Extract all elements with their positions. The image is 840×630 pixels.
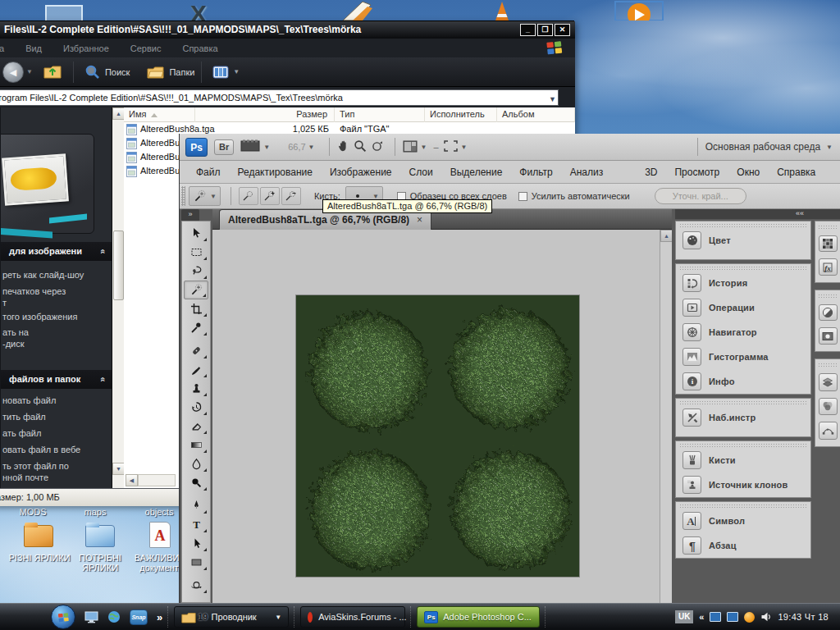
- collapse-chevron-icon[interactable]: «: [93, 377, 112, 381]
- add-selection-mode-button[interactable]: [260, 187, 280, 205]
- desktop-shortcut-player-icon[interactable]: [609, 0, 669, 21]
- task-item[interactable]: овать файл в вебе: [1, 445, 112, 455]
- styles-panel-icon[interactable]: fx: [819, 258, 838, 276]
- task-item[interactable]: того изображения: [1, 312, 112, 322]
- document-image[interactable]: [296, 295, 579, 577]
- menu-view[interactable]: Просмотр: [674, 167, 719, 178]
- menu-tools[interactable]: Сервис: [130, 43, 162, 53]
- channels-panel-icon[interactable]: [819, 398, 838, 416]
- explorer-titlebar[interactable]: Files\IL-2 Complete Edition\#SAS\!!!_01_…: [0, 21, 575, 39]
- menu-window[interactable]: Окно: [737, 167, 760, 178]
- language-indicator[interactable]: UK: [675, 610, 693, 623]
- menu-analysis[interactable]: Анализ: [570, 167, 604, 178]
- tray-app-icon[interactable]: [744, 612, 755, 623]
- tasks-files-header[interactable]: файлов и папок«: [1, 370, 112, 389]
- column-album[interactable]: Альбом: [497, 107, 575, 122]
- clock[interactable]: 19:43 Чт 18: [778, 612, 829, 622]
- current-tool-button[interactable]: ▼: [189, 186, 221, 206]
- views-button[interactable]: ▼: [208, 65, 240, 80]
- group-dropdown-arrow[interactable]: ▼: [275, 614, 281, 621]
- subtract-selection-mode-button[interactable]: [281, 187, 301, 205]
- tool-dropdown-arrow[interactable]: ▼: [210, 193, 217, 200]
- column-artist[interactable]: Исполнитель: [425, 107, 497, 122]
- tool-quick-selection[interactable]: [184, 281, 208, 299]
- back-dropdown-arrow[interactable]: ▼: [26, 68, 33, 75]
- taskbar-button-opera[interactable]: AviaSkins.Forums - ...: [300, 606, 405, 628]
- task-item[interactable]: ать файл: [1, 428, 112, 439]
- folders-button[interactable]: Папки: [143, 65, 194, 80]
- desktop-shortcut-folder-blue[interactable]: ПОТРІБНІ ЯРЛИКИ: [83, 525, 129, 573]
- tools-collapse-button[interactable]: »: [181, 209, 199, 221]
- menu-layers[interactable]: Слои: [409, 167, 433, 178]
- sidebar-scrollbar[interactable]: ▲ ▼: [112, 107, 124, 488]
- paths-panel-icon[interactable]: [819, 422, 838, 440]
- menu-edit-partial[interactable]: а: [0, 43, 4, 53]
- task-item[interactable]: тить файл: [1, 412, 112, 422]
- panel-navigator[interactable]: Навигатор: [676, 320, 810, 345]
- network-icon[interactable]: [710, 612, 721, 622]
- screen-mode-icon[interactable]: [444, 140, 458, 153]
- auto-enhance-checkbox[interactable]: [518, 192, 527, 201]
- collapse-chevron-icon[interactable]: «: [93, 249, 112, 253]
- tool-3d-rotate[interactable]: [184, 576, 208, 595]
- tool-spot-healing[interactable]: [184, 341, 208, 360]
- task-item[interactable]: -диск: [1, 339, 112, 349]
- tool-eyedropper[interactable]: [184, 318, 208, 337]
- arrange-documents-icon[interactable]: [403, 140, 418, 154]
- column-size[interactable]: Размер: [195, 107, 335, 122]
- tool-dodge[interactable]: [184, 473, 208, 492]
- panel-clone-source[interactable]: Источник клонов: [676, 472, 810, 497]
- search-button[interactable]: Поиск: [80, 64, 130, 80]
- panel-paragraph[interactable]: ¶ Абзац: [676, 533, 810, 558]
- tool-eraser[interactable]: [184, 417, 208, 436]
- panel-info[interactable]: i Инфо: [676, 369, 810, 394]
- tray-chevron[interactable]: «: [699, 612, 704, 622]
- menu-view[interactable]: Вид: [25, 43, 42, 53]
- zoom-dropdown-arrow[interactable]: ▼: [308, 144, 315, 151]
- start-button[interactable]: [51, 605, 75, 629]
- quicklaunch-browser-icon[interactable]: [107, 610, 121, 623]
- layers-panel-icon[interactable]: [819, 373, 838, 391]
- desktop-label-maps[interactable]: maps: [72, 507, 118, 517]
- menu-help[interactable]: Справка: [777, 167, 815, 178]
- close-button[interactable]: ✕: [555, 24, 570, 36]
- menu-image[interactable]: Изображение: [330, 167, 392, 178]
- views-dropdown-arrow[interactable]: ▼: [233, 68, 240, 75]
- menu-edit[interactable]: Редактирование: [238, 167, 313, 178]
- task-item[interactable]: ть этот файл по: [1, 461, 112, 472]
- canvas-area[interactable]: ▲: [212, 230, 672, 603]
- photoshop-logo[interactable]: Ps: [185, 138, 208, 157]
- quicklaunch-snap-icon[interactable]: Snap: [130, 609, 148, 625]
- up-folder-button[interactable]: [43, 62, 62, 82]
- quicklaunch-overflow-chevron[interactable]: »: [157, 611, 162, 623]
- scroll-down-button[interactable]: ▼: [112, 463, 125, 475]
- menu-3d[interactable]: 3D: [645, 167, 657, 178]
- bridge-button[interactable]: Br: [214, 139, 234, 155]
- tab-close-icon[interactable]: ×: [417, 214, 422, 226]
- tool-lasso[interactable]: [184, 262, 208, 281]
- address-dropdown-icon[interactable]: ▼: [549, 92, 556, 106]
- rotate-view-icon[interactable]: [370, 139, 384, 154]
- panel-tool-presets[interactable]: Наб.инстр: [676, 405, 810, 430]
- extras-dropdown-arrow[interactable]: ▼: [263, 144, 270, 151]
- tool-marquee[interactable]: [184, 243, 208, 262]
- panel-history[interactable]: История: [676, 271, 810, 295]
- maximize-button[interactable]: ❐: [537, 24, 553, 36]
- masks-panel-icon[interactable]: [819, 327, 838, 345]
- screen-mode-dropdown-arrow[interactable]: ▼: [461, 144, 468, 151]
- panel-actions[interactable]: Операции: [676, 295, 810, 320]
- task-item[interactable]: печатков через: [1, 286, 112, 297]
- scroll-up-button[interactable]: ▲: [112, 107, 125, 120]
- quicklaunch-desktop-icon[interactable]: [84, 611, 98, 623]
- tool-type[interactable]: T: [184, 515, 208, 534]
- tool-crop[interactable]: [184, 299, 208, 318]
- options-grip[interactable]: [181, 186, 185, 206]
- network-icon-2[interactable]: [727, 612, 738, 622]
- scroll-up-button[interactable]: ▲: [660, 230, 672, 242]
- desktop-label-mods[interactable]: MODS: [10, 507, 56, 517]
- desktop-shortcut-cone-icon[interactable]: [484, 0, 520, 21]
- tasks-images-header[interactable]: для изображени«: [1, 242, 112, 261]
- hand-tool-icon[interactable]: [337, 139, 350, 154]
- column-name[interactable]: Имя: [124, 107, 195, 122]
- extras-icon[interactable]: [240, 139, 260, 155]
